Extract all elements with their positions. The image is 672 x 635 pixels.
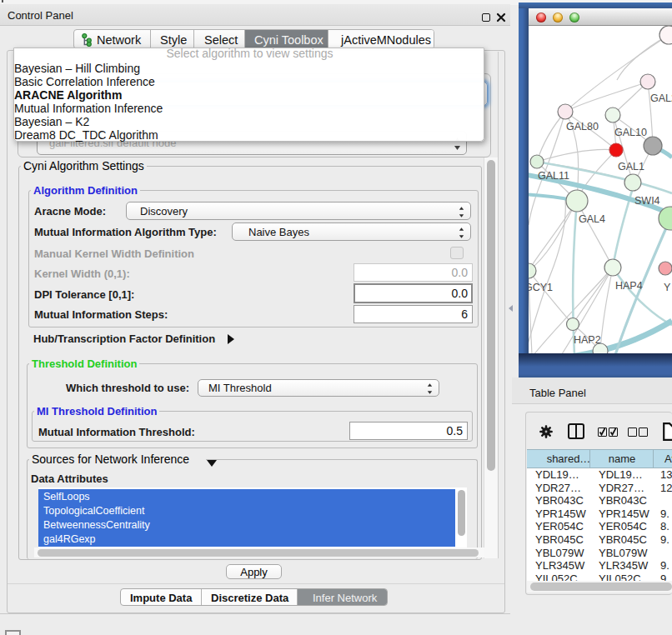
svg-text:Y: Y <box>664 282 671 293</box>
svg-text:GAL10: GAL10 <box>614 127 647 138</box>
svg-text:GAL11: GAL11 <box>538 170 569 182</box>
svg-text:GAL1: GAL1 <box>618 161 644 172</box>
svg-text:GAL80: GAL80 <box>566 121 599 132</box>
svg-text:HAP2: HAP2 <box>574 334 601 346</box>
svg-text:GAL2: GAL2 <box>650 92 672 104</box>
svg-text:SWI4: SWI4 <box>634 195 660 207</box>
svg-text:HAP4: HAP4 <box>615 280 643 292</box>
svg-text:GAL4: GAL4 <box>579 213 605 225</box>
svg-text:GCY1: GCY1 <box>529 282 553 293</box>
